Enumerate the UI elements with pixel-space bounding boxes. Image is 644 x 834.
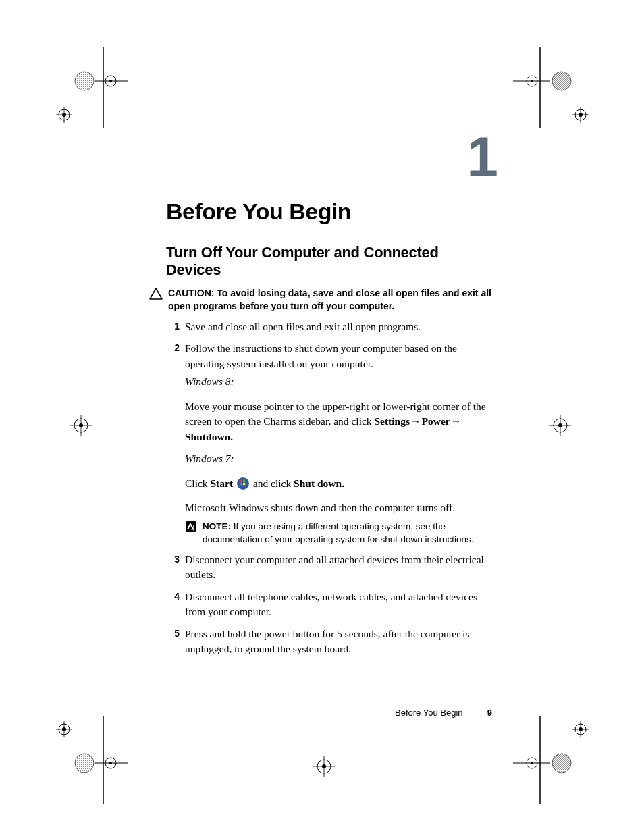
svg-point-0 <box>75 72 94 90</box>
crop-mark-top-left <box>54 47 128 128</box>
svg-point-12 <box>527 76 537 86</box>
svg-point-39 <box>322 764 326 768</box>
footer-section: Before You Begin <box>395 708 462 718</box>
svg-point-18 <box>579 113 583 117</box>
svg-rect-54 <box>186 521 196 532</box>
svg-point-30 <box>62 727 66 731</box>
caution-callout: CAUTION: To avoid losing data, save and … <box>149 287 497 313</box>
svg-point-19 <box>74 419 88 432</box>
crop-mark-bottom-left <box>54 709 128 804</box>
svg-rect-50 <box>240 479 242 482</box>
note-text: NOTE: If you are using a different opera… <box>203 521 497 545</box>
svg-point-23 <box>554 419 567 432</box>
step-5: Press and hold the power button for 5 se… <box>166 627 497 657</box>
chapter-number: 1 <box>166 128 497 185</box>
svg-point-15 <box>575 109 586 120</box>
svg-rect-52 <box>240 482 242 485</box>
svg-point-40 <box>575 724 586 735</box>
svg-point-1 <box>75 72 94 90</box>
svg-point-43 <box>579 727 583 731</box>
svg-point-9 <box>62 113 66 117</box>
svg-point-27 <box>59 724 70 735</box>
step-3: Disconnect your computer and all attache… <box>166 552 497 583</box>
step-4: Disconnect all telephone cables, network… <box>166 590 497 620</box>
chapter-title: Before You Begin <box>166 199 497 225</box>
svg-point-5 <box>109 80 112 82</box>
page-content: 1 Before You Begin Turn Off Your Compute… <box>166 128 497 664</box>
svg-point-48 <box>552 754 571 773</box>
arrow-icon: → <box>450 414 462 429</box>
windows8-label: Windows 8: <box>185 374 497 389</box>
crop-mark-top-right <box>513 47 594 128</box>
note-icon <box>185 521 198 537</box>
crop-mark-mid-right <box>533 398 587 452</box>
svg-point-14 <box>552 72 571 90</box>
caution-text: CAUTION: To avoid losing data, save and … <box>168 287 497 313</box>
caution-icon <box>149 288 164 303</box>
windows7-instruction: Click Start and click Shut down. <box>185 476 497 491</box>
windows8-instruction: Move your mouse pointer to the upper-rig… <box>185 399 497 444</box>
crop-mark-bottom-right <box>513 709 594 804</box>
arrow-icon: → <box>410 414 422 429</box>
step-list: Save and close all open files and exit a… <box>166 319 497 657</box>
svg-point-33 <box>105 758 116 768</box>
crop-mark-mid-left <box>54 398 108 452</box>
svg-point-47 <box>531 762 533 764</box>
windows-start-icon <box>237 477 249 490</box>
svg-rect-51 <box>243 479 246 482</box>
svg-point-6 <box>59 109 70 120</box>
footer-separator <box>475 708 475 718</box>
svg-point-46 <box>527 758 537 768</box>
section-title: Turn Off Your Computer and Connected Dev… <box>166 244 497 279</box>
svg-point-13 <box>531 80 533 82</box>
svg-point-36 <box>317 760 331 773</box>
svg-point-35 <box>75 754 94 773</box>
svg-point-34 <box>109 762 112 764</box>
page-number: 9 <box>487 708 492 718</box>
note-callout: NOTE: If you are using a different opera… <box>185 521 497 545</box>
crop-mark-bottom-center <box>297 739 351 793</box>
svg-point-22 <box>79 423 83 427</box>
svg-point-26 <box>558 423 562 427</box>
svg-rect-53 <box>243 482 246 485</box>
step-2: Follow the instructions to shut down you… <box>166 341 497 546</box>
step-1: Save and close all open files and exit a… <box>166 319 497 334</box>
svg-point-4 <box>105 76 116 86</box>
page-footer: Before You Begin 9 <box>395 708 492 718</box>
shutdown-result: Microsoft Windows shuts down and then th… <box>185 500 497 515</box>
windows7-label: Windows 7: <box>185 451 497 466</box>
